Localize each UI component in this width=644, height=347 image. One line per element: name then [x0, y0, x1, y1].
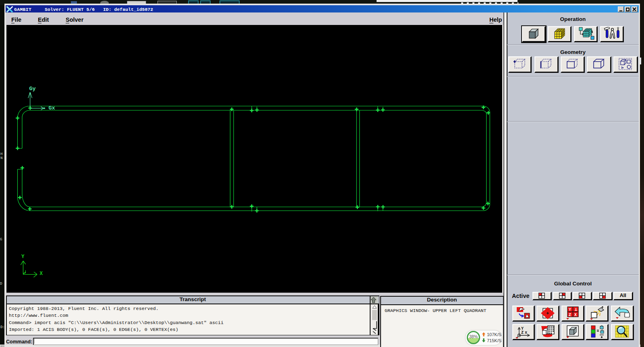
svg-text:Y: Y: [21, 254, 25, 260]
svg-text:T: T: [574, 307, 577, 311]
svg-text:x: x: [525, 330, 527, 335]
svg-text:Gx: Gx: [49, 105, 55, 111]
svg-text:X: X: [574, 313, 577, 317]
svg-text:Z: Z: [569, 313, 571, 317]
svg-text:Gy: Gy: [29, 86, 36, 92]
svg-text:Z: Z: [521, 330, 524, 335]
svg-text:X: X: [40, 271, 43, 277]
svg-text:Y: Y: [569, 308, 571, 312]
